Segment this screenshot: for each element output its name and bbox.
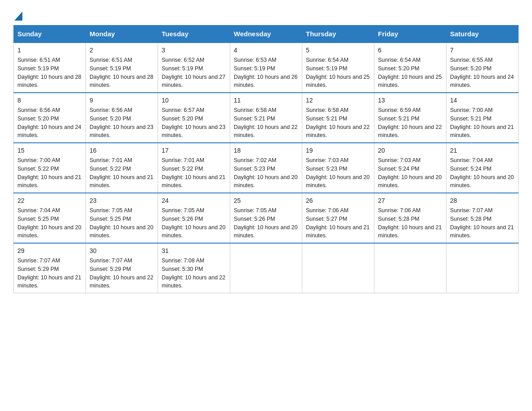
- daylight-info: Daylight: 10 hours and 21 minutes.: [450, 223, 515, 240]
- calendar-cell: 27 Sunrise: 7:06 AM Sunset: 5:28 PM Dayl…: [374, 193, 446, 243]
- sunset-info: Sunset: 5:20 PM: [162, 115, 226, 123]
- day-number: 11: [234, 96, 298, 105]
- day-number: 31: [162, 246, 226, 256]
- daylight-info: Daylight: 10 hours and 20 minutes.: [306, 173, 370, 190]
- day-number: 29: [17, 246, 82, 256]
- sunrise-info: Sunrise: 6:54 AM: [378, 56, 442, 64]
- day-number: 16: [90, 146, 154, 155]
- calendar-cell: 11 Sunrise: 6:58 AM Sunset: 5:21 PM Dayl…: [230, 93, 302, 143]
- day-number: 15: [17, 146, 82, 155]
- sunrise-info: Sunrise: 6:52 AM: [162, 56, 226, 64]
- logo: [13, 9, 23, 21]
- week-row-3: 15 Sunrise: 7:00 AM Sunset: 5:22 PM Dayl…: [14, 143, 519, 193]
- sunrise-info: Sunrise: 7:08 AM: [162, 257, 226, 265]
- calendar-cell: 29 Sunrise: 7:07 AM Sunset: 5:29 PM Dayl…: [14, 243, 86, 293]
- sunset-info: Sunset: 5:22 PM: [17, 165, 82, 173]
- sunrise-info: Sunrise: 7:07 AM: [17, 257, 82, 265]
- sunrise-info: Sunrise: 7:06 AM: [378, 206, 442, 215]
- sunrise-info: Sunrise: 7:02 AM: [234, 156, 298, 165]
- daylight-info: Daylight: 10 hours and 22 minutes.: [378, 123, 442, 140]
- calendar-cell: [374, 243, 446, 293]
- day-number: 2: [90, 46, 154, 55]
- day-number: 5: [306, 46, 370, 55]
- sunrise-info: Sunrise: 7:00 AM: [17, 156, 82, 165]
- daylight-info: Daylight: 10 hours and 23 minutes.: [90, 123, 154, 140]
- daylight-info: Daylight: 10 hours and 23 minutes.: [162, 123, 226, 140]
- sunset-info: Sunset: 5:20 PM: [378, 64, 442, 73]
- day-number: 8: [17, 96, 82, 105]
- week-row-2: 8 Sunrise: 6:56 AM Sunset: 5:20 PM Dayli…: [14, 93, 519, 143]
- sunset-info: Sunset: 5:19 PM: [90, 64, 154, 73]
- calendar-cell: 13 Sunrise: 6:59 AM Sunset: 5:21 PM Dayl…: [374, 93, 446, 143]
- daylight-info: Daylight: 10 hours and 28 minutes.: [17, 73, 82, 90]
- sunset-info: Sunset: 5:19 PM: [306, 64, 370, 73]
- calendar-cell: 31 Sunrise: 7:08 AM Sunset: 5:30 PM Dayl…: [158, 243, 230, 293]
- sunset-info: Sunset: 5:19 PM: [162, 64, 226, 73]
- daylight-info: Daylight: 10 hours and 24 minutes.: [17, 123, 82, 140]
- daylight-info: Daylight: 10 hours and 21 minutes.: [17, 173, 82, 190]
- day-number: 27: [378, 196, 442, 206]
- calendar-cell: 30 Sunrise: 7:07 AM Sunset: 5:29 PM Dayl…: [86, 243, 158, 293]
- sunset-info: Sunset: 5:23 PM: [306, 165, 370, 173]
- sunset-info: Sunset: 5:27 PM: [306, 215, 370, 223]
- sunset-info: Sunset: 5:20 PM: [17, 115, 82, 123]
- sunrise-info: Sunrise: 6:56 AM: [90, 106, 154, 115]
- calendar-cell: 24 Sunrise: 7:05 AM Sunset: 5:26 PM Dayl…: [158, 193, 230, 243]
- daylight-info: Daylight: 10 hours and 24 minutes.: [450, 73, 515, 90]
- sunset-info: Sunset: 5:19 PM: [17, 64, 82, 73]
- sunrise-info: Sunrise: 7:03 AM: [306, 156, 370, 165]
- sunset-info: Sunset: 5:30 PM: [162, 265, 226, 274]
- sunrise-info: Sunrise: 6:59 AM: [378, 106, 442, 115]
- day-number: 21: [450, 146, 515, 155]
- col-tuesday: Tuesday: [158, 26, 230, 43]
- col-thursday: Thursday: [302, 26, 374, 43]
- sunrise-info: Sunrise: 7:06 AM: [306, 206, 370, 215]
- day-number: 13: [378, 96, 442, 105]
- daylight-info: Daylight: 10 hours and 20 minutes.: [450, 173, 515, 190]
- calendar-cell: 28 Sunrise: 7:07 AM Sunset: 5:28 PM Dayl…: [446, 193, 519, 243]
- sunset-info: Sunset: 5:29 PM: [17, 265, 82, 274]
- daylight-info: Daylight: 10 hours and 25 minutes.: [378, 73, 442, 90]
- sunset-info: Sunset: 5:28 PM: [450, 215, 515, 223]
- daylight-info: Daylight: 10 hours and 21 minutes.: [378, 223, 442, 240]
- calendar-cell: 22 Sunrise: 7:04 AM Sunset: 5:25 PM Dayl…: [14, 193, 86, 243]
- sunset-info: Sunset: 5:21 PM: [234, 115, 298, 123]
- sunrise-info: Sunrise: 6:56 AM: [17, 106, 82, 115]
- day-number: 24: [162, 196, 226, 206]
- day-number: 6: [378, 46, 442, 55]
- sunset-info: Sunset: 5:25 PM: [90, 215, 154, 223]
- col-friday: Friday: [374, 26, 446, 43]
- day-number: 12: [306, 96, 370, 105]
- calendar-cell: 20 Sunrise: 7:03 AM Sunset: 5:24 PM Dayl…: [374, 143, 446, 193]
- calendar-cell: 12 Sunrise: 6:58 AM Sunset: 5:21 PM Dayl…: [302, 93, 374, 143]
- daylight-info: Daylight: 10 hours and 21 minutes.: [306, 223, 370, 240]
- sunset-info: Sunset: 5:24 PM: [450, 165, 515, 173]
- day-number: 23: [90, 196, 154, 206]
- sunrise-info: Sunrise: 6:57 AM: [162, 106, 226, 115]
- daylight-info: Daylight: 10 hours and 25 minutes.: [306, 73, 370, 90]
- sunrise-info: Sunrise: 7:04 AM: [17, 206, 82, 215]
- daylight-info: Daylight: 10 hours and 21 minutes.: [450, 123, 515, 140]
- sunset-info: Sunset: 5:26 PM: [234, 215, 298, 223]
- calendar-header-row: Sunday Monday Tuesday Wednesday Thursday…: [14, 26, 519, 43]
- sunset-info: Sunset: 5:25 PM: [17, 215, 82, 223]
- daylight-info: Daylight: 10 hours and 20 minutes.: [234, 223, 298, 240]
- logo-text: [13, 9, 23, 21]
- calendar-cell: 23 Sunrise: 7:05 AM Sunset: 5:25 PM Dayl…: [86, 193, 158, 243]
- sunset-info: Sunset: 5:21 PM: [306, 115, 370, 123]
- daylight-info: Daylight: 10 hours and 28 minutes.: [90, 73, 154, 90]
- calendar-cell: 21 Sunrise: 7:04 AM Sunset: 5:24 PM Dayl…: [446, 143, 519, 193]
- calendar-cell: 7 Sunrise: 6:55 AM Sunset: 5:20 PM Dayli…: [446, 43, 519, 93]
- daylight-info: Daylight: 10 hours and 20 minutes.: [378, 173, 442, 190]
- sunset-info: Sunset: 5:26 PM: [162, 215, 226, 223]
- sunset-info: Sunset: 5:22 PM: [90, 165, 154, 173]
- calendar-cell: 8 Sunrise: 6:56 AM Sunset: 5:20 PM Dayli…: [14, 93, 86, 143]
- calendar-cell: 19 Sunrise: 7:03 AM Sunset: 5:23 PM Dayl…: [302, 143, 374, 193]
- sunrise-info: Sunrise: 6:54 AM: [306, 56, 370, 64]
- day-number: 1: [17, 46, 82, 55]
- calendar-cell: 6 Sunrise: 6:54 AM Sunset: 5:20 PM Dayli…: [374, 43, 446, 93]
- col-wednesday: Wednesday: [230, 26, 302, 43]
- calendar-cell: [302, 243, 374, 293]
- daylight-info: Daylight: 10 hours and 26 minutes.: [234, 73, 298, 90]
- sunrise-info: Sunrise: 7:07 AM: [90, 257, 154, 265]
